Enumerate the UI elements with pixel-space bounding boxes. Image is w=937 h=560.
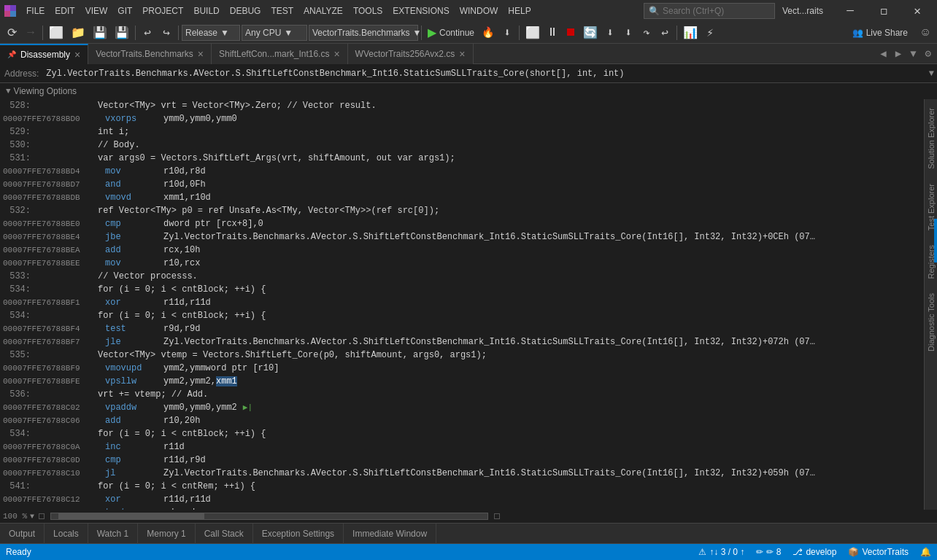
platform-dropdown[interactable]: Any CPU ▼ (242, 25, 307, 41)
menu-window[interactable]: WINDOW (455, 4, 503, 18)
configuration-dropdown[interactable]: Release ▼ (182, 25, 240, 41)
status-warnings[interactable]: ✏ ✏ 8 (756, 547, 781, 557)
status-errors[interactable]: ⚠ ↑↓ 3 / 0 ↑ (698, 547, 744, 557)
tab-vectortraits-close[interactable]: × (198, 49, 204, 59)
tab-disassembly[interactable]: 📌 Disassembly × (0, 44, 88, 64)
toolbar-fwd-button[interactable]: → (22, 24, 39, 42)
menu-analyze[interactable]: ANALYZE (299, 4, 347, 18)
list-item: 532: ref Vector<TMy> p0 = ref Unsafe.As<… (0, 204, 924, 217)
toolbar-extra-button[interactable]: ⬇ (498, 24, 516, 42)
memory1-tab[interactable]: Memory 1 (138, 524, 195, 544)
list-item: 00007FFE76788BE0 cmp dword ptr [rcx+8],0 (0, 217, 924, 230)
toolbar-separator-2 (135, 26, 136, 40)
search-box[interactable]: 🔍 (644, 3, 775, 19)
callstack-tab[interactable]: Call Stack (196, 524, 253, 544)
open-button[interactable]: 📁 (68, 24, 88, 42)
scroll-right-button[interactable] (494, 513, 500, 519)
list-item: 00007FFE76788BE4 jbe Zyl.VectorTraits.Be… (0, 230, 924, 244)
branch-icon: ⎇ (793, 547, 803, 557)
horizontal-scroll-track[interactable] (50, 513, 488, 520)
project-dropdown[interactable]: VectorTraits.Benchmarks ▼ (309, 25, 418, 41)
tab-settings-button[interactable]: ⚙ (922, 46, 934, 61)
menu-project[interactable]: PROJECT (138, 4, 188, 18)
status-project[interactable]: 📦 VectorTraits (848, 547, 909, 557)
live-share-button[interactable]: 👥 Live Share (848, 26, 912, 39)
pause-button[interactable]: ⏸ (544, 24, 561, 42)
step-out-button[interactable]: ⬇ (601, 24, 619, 42)
bottom-tabs: Output Locals Watch 1 Memory 1 Call Stac… (0, 524, 937, 544)
menu-file[interactable]: FILE (22, 4, 49, 18)
feedback-button[interactable]: ☺ (917, 24, 934, 42)
menu-build[interactable]: BUILD (189, 4, 223, 18)
tab-shiftleft-close[interactable]: × (333, 49, 339, 59)
svg-marker-2 (4, 11, 10, 17)
menu-debug[interactable]: DEBUG (225, 4, 266, 18)
address-value: Zyl.VectorTraits.Benchmarks.AVector.S.Sh… (43, 69, 925, 79)
watch1-tab[interactable]: Watch 1 (88, 524, 139, 544)
menu-test[interactable]: TEST (266, 4, 298, 18)
save-button[interactable]: 💾 (90, 24, 110, 42)
breakpoints-button[interactable]: ⬜ (523, 24, 543, 42)
immediate-window-tab[interactable]: Immediate Window (344, 524, 436, 544)
save-all-button[interactable]: 💾 (112, 24, 132, 42)
search-input[interactable] (663, 6, 765, 16)
horizontal-scroll-thumb[interactable] (58, 513, 204, 519)
diagnostic-tools-panel-label[interactable]: Diagnostic Tools (927, 287, 936, 357)
status-branch[interactable]: ⎇ develop (793, 547, 836, 557)
tab-list-button[interactable]: ▼ (907, 47, 919, 61)
minimize-button[interactable]: — (833, 0, 867, 22)
redo-button[interactable]: ↪ (158, 24, 175, 42)
stop-button[interactable]: ⏹ (562, 24, 579, 42)
list-item: 529: int i; (0, 125, 924, 139)
zoom-dropdown-button[interactable]: ▼ (30, 513, 34, 521)
scroll-left-button[interactable] (39, 513, 45, 519)
tab-disassembly-label: Disassembly (20, 50, 70, 60)
new-project-button[interactable]: ⬜ (46, 24, 66, 42)
menu-extensions[interactable]: EXTENSIONS (388, 4, 453, 18)
toolbar: ⟳ → ⬜ 📁 💾 💾 ↩ ↪ Release ▼ Any CPU ▼ Vect… (0, 22, 937, 44)
warnings-count: ✏ 8 (766, 547, 781, 557)
errors-icon: ⚠ (698, 547, 706, 557)
step-back-button[interactable]: ↩ (656, 24, 674, 42)
menu-tools[interactable]: TOOLS (349, 4, 387, 18)
hot-reload-button[interactable]: 🔥 (479, 24, 497, 42)
list-item: 534: for (i = 0; i < cntBlock; ++i) { (0, 309, 924, 322)
close-button[interactable]: ✕ (901, 0, 934, 22)
scroll-tabs-right-button[interactable]: ▶ (892, 46, 904, 61)
scroll-tabs-left-button[interactable]: ◀ (877, 46, 889, 61)
locals-tab[interactable]: Locals (45, 524, 88, 544)
status-notification[interactable]: 🔔 (920, 547, 931, 557)
perf-button[interactable]: ⚡ (701, 24, 719, 42)
output-tab[interactable]: Output (0, 524, 45, 544)
disassembly-view[interactable]: 528: Vector<TMy> vrt = Vector<TMy>.Zero;… (0, 99, 924, 510)
tabs-bar: 📌 Disassembly × VectorTraits.Benchmarks … (0, 44, 937, 64)
menu-help[interactable]: HELP (504, 4, 535, 18)
toolbar-back-button[interactable]: ⟳ (3, 24, 20, 42)
live-share-icon: 👥 (852, 28, 863, 38)
address-dropdown-button[interactable]: ▼ (926, 69, 937, 79)
status-ready-text: Ready (6, 547, 31, 557)
step-over-button[interactable]: ↷ (638, 24, 655, 42)
menu-edit[interactable]: EDIT (50, 4, 79, 18)
list-item: 541: for (i = 0; i < cntRem; ++i) { (0, 480, 924, 493)
solution-explorer-panel-label[interactable]: Solution Explorer (927, 102, 936, 175)
exception-settings-tab[interactable]: Exception Settings (253, 524, 344, 544)
tab-wvector[interactable]: WVectorTraits256Avx2.cs × (348, 44, 474, 64)
viewing-options-toggle[interactable]: ▼ (6, 87, 11, 96)
tab-shiftleft[interactable]: ShiftLeftCon...mark_Int16.cs × (212, 44, 348, 64)
menu-view[interactable]: VIEW (81, 4, 112, 18)
tab-wvector-close[interactable]: × (459, 49, 465, 59)
menu-git[interactable]: GIT (113, 4, 136, 18)
step-into-button[interactable]: ⬇ (620, 24, 637, 42)
tab-disassembly-close[interactable]: × (74, 50, 80, 60)
restart-button[interactable]: 🔄 (580, 24, 601, 42)
list-item: 00007FFE76788BEE mov r10,rcx (0, 257, 924, 270)
tab-vectortraits[interactable]: VectorTraits.Benchmarks × (88, 44, 212, 64)
continue-button[interactable]: ▶ Continue (425, 24, 477, 41)
undo-button[interactable]: ↩ (139, 24, 156, 42)
profiler-button[interactable]: 📊 (680, 24, 701, 42)
window-controls: — ◻ ✕ (833, 0, 934, 22)
debug-toolbar-group: ⬜ ⏸ ⏹ 🔄 ⬇ ⬇ ↷ ↩ (523, 24, 674, 42)
resize-handle[interactable] (934, 219, 937, 262)
maximize-button[interactable]: ◻ (867, 0, 901, 22)
